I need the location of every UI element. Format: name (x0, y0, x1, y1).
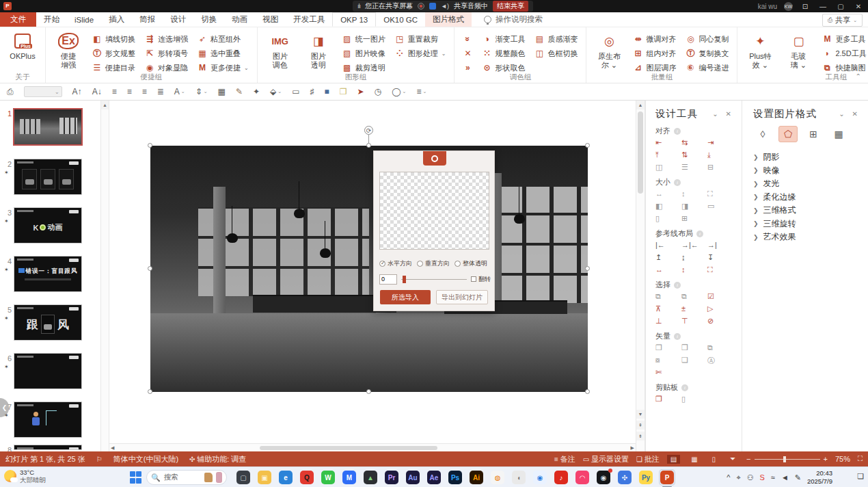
swap-width-icon[interactable]: ◧ (655, 202, 681, 211)
resize-handle-nw[interactable] (148, 143, 152, 148)
start-button[interactable] (130, 471, 142, 484)
size-properties-tab[interactable]: ⊞ (804, 126, 823, 142)
image-tone-button[interactable]: IMG图片 调色 (263, 30, 297, 70)
export-to-slide-button[interactable]: 导出到幻灯片 (436, 290, 488, 304)
align-center-h-icon[interactable]: ⇆ (681, 138, 707, 148)
gray-app-taskbar-icon[interactable]: ◖ (511, 469, 527, 486)
more-options-icon[interactable]: ≡⌄ (416, 87, 426, 96)
next-slide-icon[interactable]: ⇟ (636, 432, 645, 440)
slider-handle[interactable] (403, 276, 406, 283)
resize-handle-s[interactable] (366, 389, 371, 394)
zoom-out-icon[interactable]: − (746, 455, 750, 463)
pink-app-taskbar-icon[interactable]: ◠ (574, 469, 591, 486)
comments-button[interactable]: ❏ 批注 (636, 454, 660, 464)
file-explorer-taskbar-icon[interactable]: ▣ (256, 469, 273, 486)
resize-handle-e[interactable] (585, 266, 590, 271)
radio-水平方向[interactable]: 水平方向 (379, 259, 412, 268)
select-below-icon[interactable]: ⊥ (655, 317, 681, 326)
chevron-down-icon[interactable]: ⌄ (712, 110, 718, 118)
pen-icon[interactable]: ✎ (795, 473, 801, 482)
select-similar-icon[interactable]: ⧉ (681, 292, 707, 302)
remove-color-button[interactable]: ✕ (460, 47, 475, 60)
swap-height-icon[interactable]: ◨ (681, 202, 707, 211)
copy-icon[interactable]: ❐ (655, 395, 681, 404)
save-icon[interactable]: ⎙ (7, 87, 14, 96)
image-reflection-button[interactable]: ▧图片映像 (340, 47, 388, 60)
zoom-in-icon[interactable]: + (824, 455, 828, 463)
fit-to-window-icon[interactable]: ⛶ (858, 455, 863, 463)
align-top-icon[interactable]: ⤒ (655, 150, 681, 160)
guides-icon[interactable]: ♯ (310, 87, 314, 96)
plus-effects-button[interactable]: ✦Plus特 效 ⌄ (743, 30, 777, 70)
slide-thumbnail-7[interactable] (14, 402, 82, 438)
tidy-colors-button[interactable]: ⁙规整颜色 (479, 47, 528, 60)
dark-green-app-taskbar-icon[interactable]: ▲ (362, 469, 379, 486)
transparency-preview[interactable] (379, 172, 489, 250)
resize-handle-ne[interactable] (585, 143, 590, 148)
close-icon[interactable]: ✕ (852, 110, 858, 118)
align-left-icon[interactable]: ⇤ (655, 138, 681, 148)
oval-shape-icon[interactable]: ◯⌄ (392, 87, 406, 96)
close-icon[interactable]: ✕ (726, 110, 732, 118)
avatar[interactable]: KW (784, 2, 793, 11)
paste-outside-group-button[interactable]: ➶粘至组外 (195, 32, 252, 46)
same-width-icon[interactable]: ↔ (655, 189, 681, 199)
guide-bottom-icon[interactable]: ↧ (707, 253, 733, 263)
angle-value-input[interactable] (379, 274, 397, 285)
rotate-handle[interactable]: ⟳ (364, 126, 373, 135)
notes-button[interactable]: ≡ 备注 (554, 454, 575, 464)
vector-combine-icon[interactable]: ⧇ (655, 356, 681, 365)
maximize-button[interactable]: ▢ (835, 3, 846, 10)
dialog-drag-tab[interactable] (423, 151, 446, 166)
multi-select-enhance-button[interactable]: ⇶连选增强 (142, 32, 191, 46)
slide-thumbnail-2[interactable] (14, 159, 82, 195)
reset-crop-button[interactable]: ◳重置裁剪 (392, 32, 449, 46)
effects-icon[interactable]: ✦ (253, 87, 260, 96)
align-center-icon[interactable]: ≡ (127, 87, 132, 96)
justify-icon[interactable]: ≣ (157, 87, 164, 96)
slide-sorter-view-button[interactable]: ▦ (688, 455, 701, 464)
guide-span-v-icon[interactable]: ↕ (681, 265, 707, 275)
minimize-button[interactable]: — (817, 3, 828, 10)
align-right-icon[interactable]: ≡ (142, 87, 147, 96)
resize-handle-sw[interactable] (148, 389, 152, 394)
select-hidden-icon[interactable]: ⊘ (707, 317, 733, 326)
radio-垂直方向[interactable]: 垂直方向 (417, 259, 450, 268)
format-section-艺术效果[interactable]: ❯艺术效果 (753, 231, 868, 244)
vector-union-icon[interactable]: ❐ (655, 343, 681, 353)
select-overlap-button[interactable]: ▦选中重叠 (195, 47, 252, 60)
decrease-font-icon[interactable]: A↓ (92, 87, 102, 96)
line-spacing-icon[interactable]: ⇕⌄ (195, 87, 208, 96)
record-icon[interactable] (418, 3, 424, 10)
obs-taskbar-icon[interactable]: ◉ (595, 469, 612, 486)
paste-icon[interactable]: ▯ (681, 395, 707, 404)
m-app-taskbar-icon[interactable]: M (341, 469, 357, 486)
zoom-track[interactable] (755, 459, 820, 460)
tab-视图[interactable]: 视图 (255, 12, 286, 27)
resize-handle-n[interactable] (366, 143, 371, 148)
blender-taskbar-icon[interactable]: ◍ (489, 469, 506, 486)
close-button[interactable]: ✕ (853, 3, 864, 10)
guide-middle-icon[interactable]: ↨ (681, 253, 707, 263)
tab-设计[interactable]: 设计 (163, 12, 193, 27)
stretch-h-icon[interactable]: ▭ (707, 202, 733, 211)
shape-text-tidy-button[interactable]: Ⓣ形文规整 (90, 47, 138, 60)
notification-center-icon[interactable]: ❏ (857, 472, 864, 481)
slide-photo-office[interactable] (150, 146, 588, 392)
ime-icon[interactable]: ⚇ (747, 473, 754, 482)
increase-font-icon[interactable]: A↑ (72, 87, 82, 96)
radio-整体透明[interactable]: 整体透明 (455, 259, 487, 268)
wechat-taskbar-icon[interactable]: W (320, 469, 336, 486)
scroll-up-icon[interactable]: ▲ (101, 101, 109, 109)
zoom-slider[interactable]: − + (746, 455, 828, 463)
python-taskbar-icon[interactable]: Py (638, 469, 654, 486)
align-bottom-icon[interactable]: ⤓ (707, 150, 733, 160)
select-pointer-icon[interactable]: ▷ (707, 304, 733, 314)
font-color-icon[interactable]: A⌄ (174, 87, 185, 96)
fit-size-icon[interactable]: ⊞ (681, 214, 707, 224)
tray-expand[interactable]: ^ (727, 473, 730, 482)
tab-OK10 GC[interactable]: OK10 GC (376, 12, 425, 27)
proofing-icon[interactable]: ⚐ (96, 456, 103, 463)
info-icon[interactable]: i (674, 128, 681, 135)
share-tool-icon[interactable] (429, 3, 436, 10)
